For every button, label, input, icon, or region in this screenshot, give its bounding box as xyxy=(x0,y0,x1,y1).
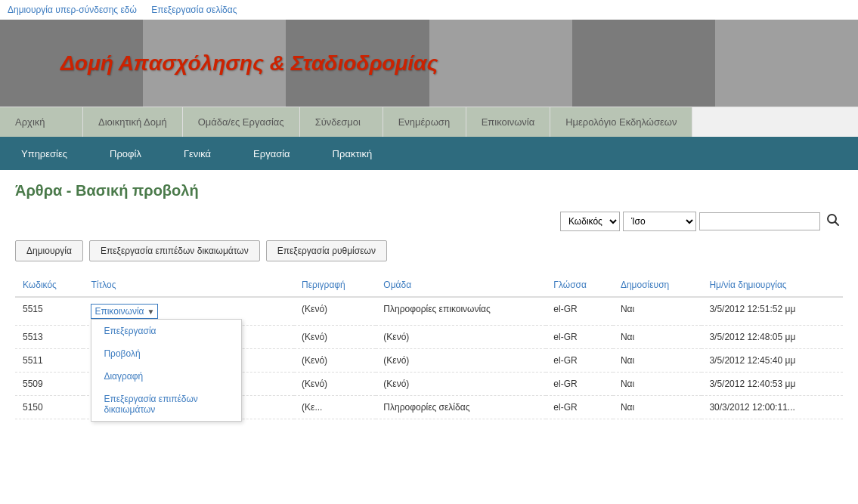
action-buttons-row: Δημιουργία Επεξεργασία επιπέδων δικαιωμά… xyxy=(15,240,843,261)
dropdown-item-delete[interactable]: Διαγραφή xyxy=(91,365,241,388)
dropdown-label: Επικοινωνία xyxy=(94,306,144,317)
search-icon xyxy=(826,213,840,227)
nav-tab-archiki[interactable]: Αρχική xyxy=(0,107,83,137)
create-button[interactable]: Δημιουργία xyxy=(15,240,83,261)
nav-tab-syndesmos[interactable]: Σύνδεσμοι xyxy=(300,107,383,137)
cell-group: (Κενό) xyxy=(376,349,546,373)
filter-field-select[interactable]: Κωδικός Τίτλος Ομάδα xyxy=(560,212,620,231)
edit-page-link[interactable]: Επεξεργασία σελίδας xyxy=(151,5,237,15)
dropdown-trigger[interactable]: Επικοινωνία ▼ xyxy=(91,304,158,319)
create-hyperlink[interactable]: Δημιουργία υπερ-σύνδεσης εδώ xyxy=(8,5,137,15)
cell-language: el-GR xyxy=(546,373,613,396)
cell-description: (Κενό) xyxy=(294,349,376,373)
dropdown-menu: Επεξεργασία Προβολή Διαγραφή Επεξεργασία… xyxy=(91,319,242,422)
cell-language: el-GR xyxy=(546,297,613,326)
col-header-created[interactable]: Ημ/νία δημιουργίας xyxy=(702,274,843,297)
cell-language: el-GR xyxy=(546,326,613,349)
banner-segment-4 xyxy=(429,20,572,107)
cell-id: 5150 xyxy=(15,396,83,419)
filter-condition-select[interactable]: Ίσο Περιέχει Αρχίζει από xyxy=(623,212,696,231)
dropdown-item-permissions[interactable]: Επεξεργασία επιπέδων δικαιωμάτων xyxy=(91,388,241,421)
filter-row: Κωδικός Τίτλος Ομάδα Ίσο Περιέχει Αρχίζε… xyxy=(15,212,843,231)
cell-id: 5513 xyxy=(15,326,83,349)
cell-group: Πληροφορίες επικοινωνίας xyxy=(376,297,546,326)
dropdown-item-edit[interactable]: Επεξεργασία xyxy=(91,320,241,342)
cell-created: 30/3/2012 12:00:11... xyxy=(702,396,843,419)
col-header-dimosieysi[interactable]: Δημοσίευση xyxy=(613,274,702,297)
articles-table: Κωδικός Τίτλος Περιγραφή Ομάδα Γλώσσα Δη… xyxy=(15,274,843,419)
edit-settings-button[interactable]: Επεξεργασία ρυθμίσεων xyxy=(266,240,387,261)
nav-tab-epikoinonia[interactable]: Επικοινωνία xyxy=(466,107,551,137)
search-button[interactable] xyxy=(823,212,843,231)
cell-language: el-GR xyxy=(546,349,613,373)
cell-group: (Κενό) xyxy=(376,326,546,349)
col-header-kodikos[interactable]: Κωδικός xyxy=(15,274,83,297)
chevron-down-icon: ▼ xyxy=(147,308,155,316)
main-content: Άρθρα - Βασική προβολή Κωδικός Τίτλος Ομ… xyxy=(0,170,858,431)
col-header-glossa[interactable]: Γλώσσα xyxy=(546,274,613,297)
dropdown-item-view[interactable]: Προβολή xyxy=(91,342,241,365)
nav-tab-omada[interactable]: Ομάδα/ες Εργασίας xyxy=(183,107,300,137)
cell-published: Ναι xyxy=(613,373,702,396)
edit-permissions-button[interactable]: Επεξεργασία επιπέδων δικαιωμάτων xyxy=(89,240,260,261)
filter-search-input[interactable] xyxy=(699,212,820,230)
top-links-bar: Δημιουργία υπερ-σύνδεσης εδώ Επεξεργασία… xyxy=(0,0,858,20)
nav-tab-enimerosi[interactable]: Ενημέρωση xyxy=(383,107,466,137)
nav-tab-imerologio[interactable]: Ημερολόγιο Εκδηλώσεων xyxy=(550,107,692,137)
cell-description: (Κενό) xyxy=(294,373,376,396)
cell-published: Ναι xyxy=(613,349,702,373)
cell-id: 5515 xyxy=(15,297,83,326)
main-nav-bar: Υπηρεσίες Προφίλ Γενικά Εργασία Πρακτική xyxy=(0,137,858,170)
col-header-omada[interactable]: Ομάδα xyxy=(376,274,546,297)
nav-item-ypiresies[interactable]: Υπηρεσίες xyxy=(0,137,88,170)
cell-description: (Κενό) xyxy=(294,326,376,349)
table-row: 5515 Επικοινωνία ▼ Επεξεργασία Προβολή Δ… xyxy=(15,297,843,326)
page-title: Άρθρα - Βασική προβολή xyxy=(15,182,843,199)
cell-published: Ναι xyxy=(613,396,702,419)
cell-created: 3/5/2012 12:48:05 μμ xyxy=(702,326,843,349)
banner-segment-6 xyxy=(715,20,858,107)
cell-published: Ναι xyxy=(613,326,702,349)
table-header: Κωδικός Τίτλος Περιγραφή Ομάδα Γλώσσα Δη… xyxy=(15,274,843,297)
cell-title: Επικοινωνία ▼ Επεξεργασία Προβολή Διαγρα… xyxy=(83,297,294,326)
svg-line-1 xyxy=(835,222,839,226)
cell-created: 3/5/2012 12:40:53 μμ xyxy=(702,373,843,396)
cell-description: (Κε... xyxy=(294,396,376,419)
cell-group: (Κενό) xyxy=(376,373,546,396)
cell-published: Ναι xyxy=(613,297,702,326)
title-dropdown-cell: Επικοινωνία ▼ Επεξεργασία Προβολή Διαγρα… xyxy=(91,304,158,319)
table-body: 5515 Επικοινωνία ▼ Επεξεργασία Προβολή Δ… xyxy=(15,297,843,419)
cell-id: 5509 xyxy=(15,373,83,396)
cell-created: 3/5/2012 12:45:40 μμ xyxy=(702,349,843,373)
nav-tab-diikitiki[interactable]: Διοικητική Δομή xyxy=(83,107,183,137)
header-banner: Δομή Απασχόλησης & Σταδιοδρομίας xyxy=(0,20,858,107)
nav-item-genika[interactable]: Γενικά xyxy=(163,137,232,170)
cell-created: 3/5/2012 12:51:52 μμ xyxy=(702,297,843,326)
col-header-perigrafi[interactable]: Περιγραφή xyxy=(294,274,376,297)
cell-language: el-GR xyxy=(546,396,613,419)
cell-group: Πληροφορίες σελίδας xyxy=(376,396,546,419)
cell-description: (Κενό) xyxy=(294,297,376,326)
nav-item-praktiki[interactable]: Πρακτική xyxy=(311,137,394,170)
nav-item-profil[interactable]: Προφίλ xyxy=(88,137,163,170)
col-header-titlos[interactable]: Τίτλος xyxy=(83,274,294,297)
banner-segment-5 xyxy=(572,20,715,107)
gray-nav-tabs: Αρχική Διοικητική Δομή Ομάδα/ες Εργασίας… xyxy=(0,107,858,137)
cell-id: 5511 xyxy=(15,349,83,373)
nav-item-ergasia[interactable]: Εργασία xyxy=(232,137,311,170)
site-title: Δομή Απασχόλησης & Σταδιοδρομίας xyxy=(0,51,438,76)
